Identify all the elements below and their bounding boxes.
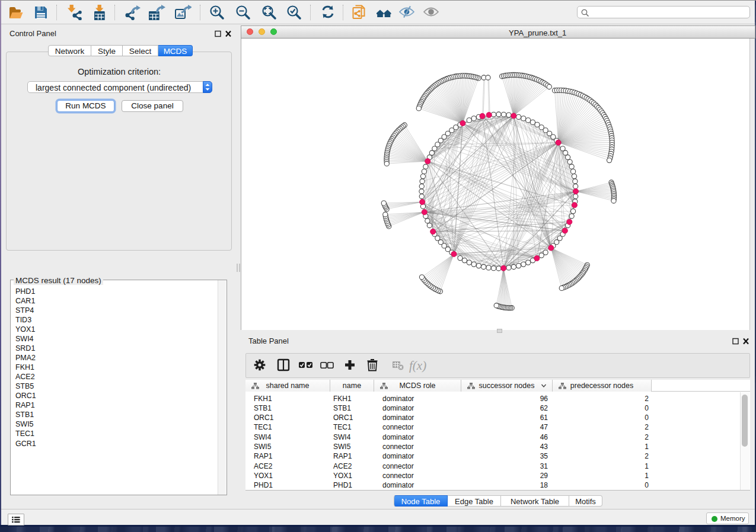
svg-text:f(x): f(x) — [409, 358, 426, 373]
